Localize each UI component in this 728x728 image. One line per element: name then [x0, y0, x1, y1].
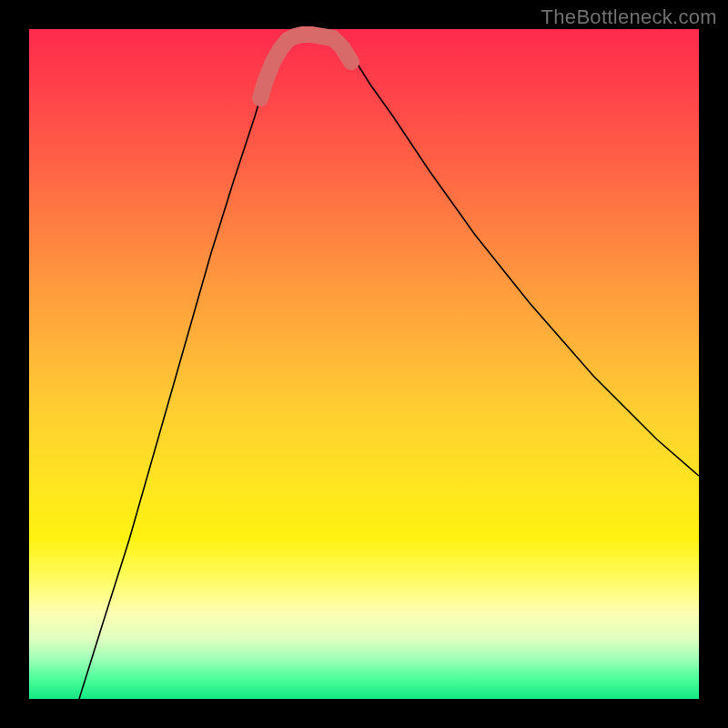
curve-right-branch — [334, 35, 699, 476]
plot-area — [29, 29, 699, 699]
watermark-text: TheBottleneck.com — [541, 5, 717, 29]
curve-highlight — [260, 35, 351, 98]
chart-frame: TheBottleneck.com — [0, 0, 728, 728]
curve-left-branch — [79, 35, 293, 699]
curve-svg — [29, 29, 699, 699]
